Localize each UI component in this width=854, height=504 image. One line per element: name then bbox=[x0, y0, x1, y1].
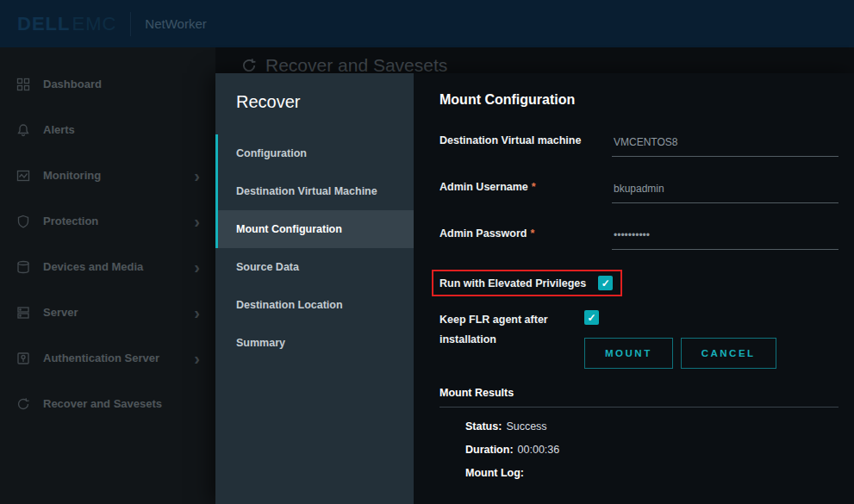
step-label: Destination Location bbox=[236, 299, 343, 311]
keep-flr-agent-label: Keep FLR agent after installation bbox=[439, 310, 584, 350]
step-label: Destination Virtual Machine bbox=[236, 185, 377, 197]
required-asterisk: * bbox=[530, 227, 534, 240]
result-duration-row: Duration:00:00:36 bbox=[465, 444, 838, 456]
result-label: Status: bbox=[465, 420, 502, 432]
mount-results-heading: Mount Results bbox=[439, 387, 838, 399]
result-label: Duration: bbox=[465, 444, 514, 456]
action-buttons: MOUNT CANCEL bbox=[584, 338, 838, 369]
networker-app: DELL EMC NetWorker Dashboard Alerts Moni… bbox=[0, 0, 854, 504]
admin-password-input[interactable]: •••••••••• bbox=[612, 223, 838, 250]
recover-dialog: Recover Configuration Destination Virtua… bbox=[215, 73, 854, 504]
field-label: Admin Username* bbox=[439, 177, 612, 203]
required-asterisk: * bbox=[532, 181, 536, 193]
field-destination-virtual-machine: Destination Virtual machine VMCENTOS8 bbox=[439, 130, 838, 157]
step-source-data[interactable]: Source Data bbox=[215, 248, 414, 286]
panel-title: Mount Configuration bbox=[439, 92, 838, 108]
step-destination-location[interactable]: Destination Location bbox=[215, 286, 414, 324]
step-label: Mount Configuration bbox=[236, 223, 342, 235]
field-admin-username: Admin Username* bkupadmin bbox=[439, 177, 838, 203]
step-mount-configuration[interactable]: Mount Configuration bbox=[215, 210, 414, 248]
step-label: Source Data bbox=[236, 261, 299, 273]
nav-accent-bar bbox=[215, 134, 218, 248]
step-label: Configuration bbox=[236, 147, 307, 159]
dialog-title: Recover bbox=[215, 92, 414, 112]
admin-username-input[interactable]: bkupadmin bbox=[612, 177, 838, 203]
step-summary[interactable]: Summary bbox=[215, 324, 414, 362]
result-value: Success bbox=[506, 420, 546, 432]
keep-flr-agent-checkbox[interactable]: ✓ bbox=[584, 310, 599, 325]
step-destination-virtual-machine[interactable]: Destination Virtual Machine bbox=[215, 172, 414, 210]
field-label-text: Destination Virtual machine bbox=[439, 134, 581, 146]
result-label: Mount Log: bbox=[465, 467, 524, 479]
elevated-privileges-checkbox[interactable]: ✓ bbox=[598, 276, 613, 290]
result-status-row: Status:Success bbox=[465, 420, 838, 432]
step-label: Summary bbox=[236, 337, 285, 349]
run-with-elevated-privileges-row-highlighted: Run with Elevated Privileges ✓ bbox=[432, 270, 622, 296]
step-configuration[interactable]: Configuration bbox=[215, 134, 414, 172]
mount-configuration-panel: Mount Configuration Destination Virtual … bbox=[414, 73, 854, 504]
field-admin-password: Admin Password* •••••••••• bbox=[439, 223, 838, 250]
mount-button[interactable]: MOUNT bbox=[584, 338, 673, 369]
results-divider bbox=[439, 407, 838, 408]
result-value: 00:00:36 bbox=[518, 444, 560, 456]
recover-dialog-nav: Recover Configuration Destination Virtua… bbox=[215, 73, 414, 504]
field-label: Admin Password* bbox=[439, 223, 612, 250]
field-label-text: Admin Password bbox=[439, 227, 527, 240]
dialog-step-list: Configuration Destination Virtual Machin… bbox=[215, 134, 414, 362]
destination-vm-input[interactable]: VMCENTOS8 bbox=[612, 130, 838, 157]
elevated-privileges-label: Run with Elevated Privileges bbox=[439, 277, 586, 289]
mount-results-list: Status:Success Duration:00:00:36 Mount L… bbox=[465, 420, 838, 479]
field-label: Destination Virtual machine bbox=[439, 130, 612, 157]
field-label-text: Admin Username bbox=[439, 181, 528, 193]
cancel-button[interactable]: CANCEL bbox=[681, 338, 776, 369]
result-mount-log-row: Mount Log: bbox=[465, 467, 838, 479]
